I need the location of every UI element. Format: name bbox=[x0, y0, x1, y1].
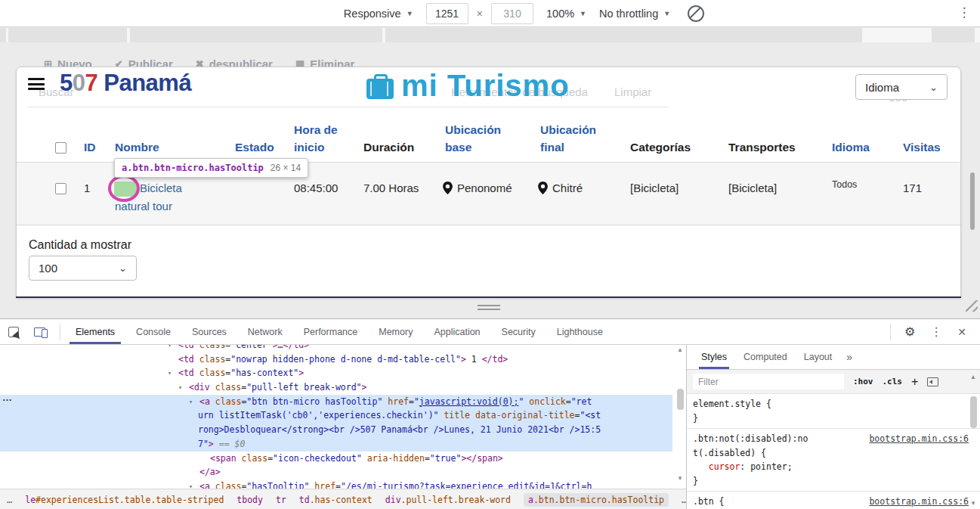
tab-styles[interactable]: Styles bbox=[693, 346, 735, 369]
row-checkbox[interactable] bbox=[55, 183, 66, 194]
amount-select[interactable]: 100 ⌄ bbox=[29, 256, 137, 281]
breadcrumb-item[interactable]: td.has-context bbox=[299, 493, 373, 507]
code-line[interactable]: 7"> == $0 bbox=[0, 437, 672, 452]
tab-console[interactable]: Console bbox=[125, 320, 181, 344]
tooltip-dimensions: 26 × 14 bbox=[271, 163, 301, 173]
chevron-down-icon: ▼ bbox=[663, 10, 670, 17]
tab-application[interactable]: Application bbox=[423, 320, 490, 344]
devtools-tabbar: Elements Console Sources Network Perform… bbox=[0, 319, 980, 345]
token-tag: tbody bbox=[236, 495, 263, 505]
class-toggle-button[interactable]: .cls bbox=[883, 377, 903, 386]
inspect-element-icon[interactable] bbox=[8, 326, 20, 338]
token-val: "nowrap hidden-phone d-none d-md-table-c… bbox=[230, 354, 461, 365]
zoom-dropdown[interactable]: 100% ▼ bbox=[546, 8, 586, 20]
code-line[interactable]: ▾<div class="pull-left break-word"> bbox=[0, 380, 672, 395]
clear-button[interactable]: Limpiar bbox=[614, 85, 651, 98]
page-scrollbar[interactable] bbox=[970, 172, 975, 230]
site-logo[interactable]: 507Panamá bbox=[60, 70, 191, 97]
breadcrumb-item[interactable]: le#experiencesList.table.table-striped bbox=[25, 493, 224, 507]
tab-network[interactable]: Network bbox=[237, 320, 293, 344]
token-val: "<st bbox=[580, 410, 601, 421]
token-valz: pointer; bbox=[750, 461, 792, 472]
column-header-id[interactable]: ID bbox=[84, 138, 96, 156]
token-val: " bbox=[414, 396, 419, 407]
new-style-rule-button[interactable]: + bbox=[911, 377, 918, 387]
styles-filter-input[interactable] bbox=[693, 374, 844, 390]
rotate-device-icon[interactable] bbox=[688, 5, 704, 22]
code-line[interactable]: ▾<a class="hasTooltip" href="/es/mi-turi… bbox=[0, 480, 672, 489]
resize-grip[interactable] bbox=[965, 300, 978, 312]
devtools-menu-icon[interactable]: ⋮ bbox=[924, 324, 948, 339]
tab-layout[interactable]: Layout bbox=[796, 346, 841, 369]
line-menu-ellipsis[interactable]: … bbox=[2, 392, 13, 403]
breadcrumb-ellipsis[interactable]: … bbox=[7, 495, 12, 505]
css-line[interactable]: t(.disabled) { bbox=[693, 446, 964, 461]
more-tabs-icon[interactable]: » bbox=[840, 351, 858, 363]
browser-more-options-icon[interactable]: ⋮ bbox=[957, 5, 971, 20]
logo-name: Panamá bbox=[104, 70, 191, 96]
styles-scrollbar-thumb[interactable] bbox=[970, 396, 977, 428]
elements-scrollbar-thumb[interactable] bbox=[677, 389, 684, 410]
code-line[interactable]: rong>Desbloquear</strong><br />507 Panam… bbox=[0, 423, 672, 437]
stylesheet-link[interactable]: bootstrap.min.css:6 bbox=[869, 495, 969, 509]
scroll-up-icon[interactable]: ▲ bbox=[675, 346, 685, 353]
scroll-down-icon[interactable]: ▼ bbox=[968, 500, 978, 507]
scroll-up-icon[interactable]: ▲ bbox=[968, 374, 978, 380]
splitter-handle[interactable] bbox=[478, 305, 500, 312]
column-header-ubicacion-base[interactable]: Ubicación base bbox=[445, 121, 512, 157]
tab-sources[interactable]: Sources bbox=[181, 320, 237, 344]
language-select[interactable]: Idioma ⌄ bbox=[855, 74, 948, 100]
select-all-checkbox[interactable] bbox=[55, 142, 66, 154]
breadcrumb-item[interactable]: tr bbox=[276, 493, 286, 507]
column-header-ubicacion-final[interactable]: Ubicación final bbox=[540, 121, 607, 157]
location-text: Penonomé bbox=[457, 182, 512, 194]
device-height-input[interactable] bbox=[491, 3, 533, 24]
brand-name: mi Turismo bbox=[401, 69, 570, 103]
hover-state-button[interactable]: :hov bbox=[853, 377, 873, 386]
code-line[interactable]: ▾<a class="btn btn-micro hasTooltip" hre… bbox=[0, 395, 672, 409]
code-line[interactable]: ▾<td class="center">…</td> bbox=[0, 345, 672, 352]
device-toolbar-controls: Responsive ▼ × 100% ▼ No throttling ▼ bbox=[0, 0, 980, 26]
scroll-down-icon[interactable]: ▼ bbox=[675, 475, 685, 482]
breadcrumb-item[interactable]: div.pull-left.break-word bbox=[385, 493, 511, 507]
css-line[interactable]: element.style { bbox=[693, 397, 964, 411]
location-pin-icon bbox=[538, 182, 548, 194]
settings-gear-icon[interactable]: ⚙ bbox=[898, 324, 921, 339]
column-header-hora-inicio[interactable]: Hora de inicio bbox=[294, 121, 342, 157]
device-toolbar-toggle-icon[interactable] bbox=[34, 326, 48, 338]
column-header-visitas[interactable]: Visitas bbox=[903, 138, 941, 156]
breadcrumb-item[interactable]: a.btn.btn-micro.hasTooltip bbox=[524, 493, 669, 507]
tab-security[interactable]: Security bbox=[491, 320, 546, 344]
tab-lighthouse[interactable]: Lighthouse bbox=[546, 320, 614, 344]
logo-digit: 7 bbox=[85, 70, 98, 96]
strip-gap bbox=[6, 28, 8, 42]
elements-panel: ▾<td class="center">…</td><td class="now… bbox=[0, 345, 686, 509]
column-header-estado[interactable]: Estado bbox=[235, 138, 274, 156]
breadcrumb-item[interactable]: tbody bbox=[236, 493, 263, 507]
token-tag: a bbox=[528, 495, 533, 505]
code-line[interactable]: ▾<td class="has-context"> bbox=[0, 366, 672, 380]
code-line[interactable]: urn listItemTask('cb0','experiences.chec… bbox=[0, 408, 672, 423]
menu-icon[interactable] bbox=[28, 78, 45, 91]
tab-computed[interactable]: Computed bbox=[735, 346, 796, 369]
stylesheet-link[interactable]: bootstrap.min.css:6 bbox=[869, 432, 969, 446]
column-header-idioma[interactable]: Idioma bbox=[832, 138, 870, 156]
code-line[interactable]: <span class="icon-checkedout" aria-hidde… bbox=[0, 452, 672, 466]
tab-elements[interactable]: Elements bbox=[65, 320, 125, 344]
css-line[interactable]: cursor: pointer; bbox=[693, 460, 964, 474]
throttling-dropdown[interactable]: No throttling ▼ bbox=[599, 8, 670, 20]
code-line[interactable]: </a> bbox=[0, 465, 672, 480]
device-mode-dropdown[interactable]: Responsive ▼ bbox=[344, 8, 413, 20]
css-line[interactable]: } bbox=[693, 411, 964, 426]
tour-link[interactable]: Bicicleta bbox=[140, 182, 182, 194]
css-line[interactable]: } bbox=[693, 474, 964, 489]
token-cls: .pull-left.break-word bbox=[401, 495, 511, 505]
token-val: " bbox=[341, 481, 346, 489]
code-line[interactable]: <td class="nowrap hidden-phone d-none d-… bbox=[0, 352, 672, 367]
close-icon[interactable]: ✕ bbox=[951, 326, 972, 338]
tab-performance[interactable]: Performance bbox=[293, 320, 369, 344]
column-header-nombre[interactable]: Nombre bbox=[115, 138, 159, 156]
device-width-input[interactable] bbox=[426, 3, 468, 24]
tab-memory[interactable]: Memory bbox=[368, 320, 423, 344]
dock-sidebar-icon[interactable] bbox=[927, 377, 938, 386]
